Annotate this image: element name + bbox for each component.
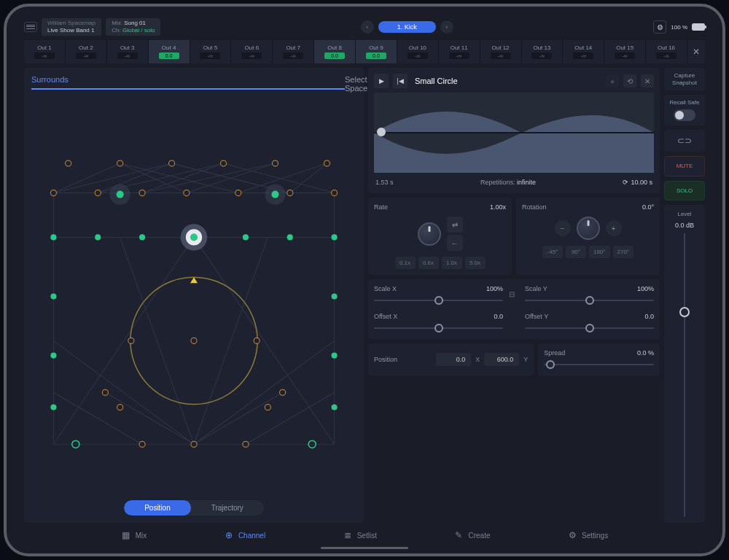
next-channel-button[interactable]: ›	[440, 20, 453, 34]
position-x-value[interactable]: 0.0	[436, 353, 471, 366]
svg-line-30	[194, 392, 283, 444]
position-y-value[interactable]: 600.0	[484, 353, 519, 366]
output-15[interactable]: Out 15-∞	[604, 40, 646, 63]
mute-button[interactable]: MUTE	[664, 156, 705, 176]
output-13[interactable]: Out 13-∞	[522, 40, 564, 63]
svg-point-67	[191, 441, 197, 447]
level-fader-panel: Level 0.0 dB	[664, 205, 705, 523]
rate-preset[interactable]: 1.0x	[442, 257, 462, 269]
show-info[interactable]: William Spacemap Live Show Band 1	[42, 18, 101, 35]
loop-icon[interactable]: ⟲	[623, 74, 636, 88]
output-11[interactable]: Out 11-∞	[439, 40, 480, 63]
solo-button[interactable]: SOLO	[664, 181, 705, 201]
rate-reset-icon[interactable]: ←	[447, 235, 463, 251]
svg-line-22	[194, 237, 335, 444]
svg-point-43	[287, 190, 293, 196]
nav-create[interactable]: ✎Create	[453, 530, 490, 540]
capture-snapshot-button[interactable]: Capture Snapshot	[664, 68, 705, 90]
playhead-handle[interactable]	[377, 128, 386, 136]
mix-info[interactable]: Mix: Song 01 Ch: Global / solo	[106, 18, 160, 35]
surrounds-tab[interactable]: Surrounds	[31, 75, 345, 93]
scale-y-slider[interactable]	[525, 295, 654, 306]
svg-point-50	[95, 234, 101, 240]
trajectory-panel: ▶ |◀ Small Circle ● ⟲ ✕ 1.53 s	[368, 68, 660, 193]
play-button[interactable]: ▶	[374, 74, 389, 88]
svg-line-26	[194, 341, 335, 444]
svg-point-66	[139, 441, 145, 447]
output-10[interactable]: Out 10-∞	[397, 40, 439, 63]
svg-point-46	[117, 191, 124, 198]
position-panel: Position 0.0 X 600.0 Y	[368, 343, 534, 376]
output-1[interactable]: Out 1-∞	[24, 40, 66, 63]
record-icon[interactable]: ●	[606, 74, 619, 88]
trajectory-waveform[interactable]	[374, 93, 654, 173]
output-2[interactable]: Out 2-∞	[66, 40, 107, 63]
output-6[interactable]: Out 6-∞	[231, 40, 273, 63]
offset-x-slider[interactable]	[374, 323, 503, 333]
restart-button[interactable]: |◀	[393, 74, 408, 88]
trajectory-duration: 10.00 s	[631, 179, 652, 186]
output-16[interactable]: Out 16-∞	[646, 40, 687, 63]
spread-slider[interactable]	[544, 359, 654, 370]
outputs-strip: Out 1-∞Out 2-∞Out 3-∞Out 40.0Out 5-∞Out …	[24, 40, 705, 63]
nav-settings[interactable]: ⚙Settings	[567, 530, 608, 540]
rotation-knob[interactable]	[577, 217, 600, 240]
spacemap-canvas[interactable]	[31, 98, 356, 494]
mixer-icon[interactable]: ⚙	[653, 20, 666, 34]
svg-line-28	[246, 392, 335, 444]
svg-point-36	[324, 160, 330, 166]
output-14[interactable]: Out 14-∞	[563, 40, 604, 63]
svg-point-41	[184, 190, 190, 196]
scale-link-icon[interactable]: ⊟	[509, 290, 519, 300]
output-3[interactable]: Out 3-∞	[107, 40, 149, 63]
nav-mix[interactable]: ▦Mix	[121, 530, 147, 540]
rate-preset[interactable]: 0.1x	[395, 257, 416, 269]
link-icon[interactable]: ⊂⊃	[664, 130, 705, 152]
svg-point-55	[332, 234, 338, 240]
svg-point-39	[95, 190, 101, 196]
output-8[interactable]: Out 80.0	[314, 40, 356, 63]
output-12[interactable]: Out 12-∞	[480, 40, 522, 63]
close-icon[interactable]: ✕	[641, 74, 654, 88]
rate-preset[interactable]: 5.0x	[465, 257, 486, 269]
rotation-preset[interactable]: 90°	[566, 246, 586, 258]
elapsed-time: 1.53 s	[375, 179, 394, 186]
svg-point-70	[265, 404, 270, 410]
bottom-nav: ▦Mix ⊕Channel ≣Setlist ✎Create ⚙Settings	[24, 523, 705, 542]
spread-value: 0.0 %	[637, 349, 654, 357]
outputs-close-icon[interactable]: ✕	[687, 40, 705, 63]
current-channel-pill[interactable]: 1. Kick	[378, 21, 436, 33]
mix-icon: ▦	[121, 530, 131, 540]
svg-point-42	[235, 190, 241, 196]
prev-channel-button[interactable]: ‹	[361, 20, 374, 34]
menu-icon[interactable]	[24, 22, 37, 32]
svg-point-34	[220, 160, 226, 166]
nav-channel[interactable]: ⊕Channel	[224, 530, 265, 540]
rotation-plus-button[interactable]: +	[606, 220, 622, 236]
svg-point-38	[50, 190, 56, 196]
svg-point-57	[332, 293, 338, 299]
scale-x-slider[interactable]	[374, 295, 503, 306]
level-fader[interactable]	[667, 233, 702, 517]
output-9[interactable]: Out 90.0	[356, 40, 397, 63]
rotation-preset[interactable]: 180°	[589, 246, 610, 258]
svg-point-76	[190, 233, 198, 241]
output-4[interactable]: Out 40.0	[149, 40, 190, 63]
rotation-preset[interactable]: -45°	[542, 246, 563, 258]
output-7[interactable]: Out 7-∞	[273, 40, 314, 63]
recall-safe-toggle[interactable]: Recall Safe	[664, 95, 705, 125]
rate-panel: Rate1.00x ⇄ ← 0.1x0.6x1.0x5.0x	[368, 198, 512, 275]
rate-preset[interactable]: 0.6x	[418, 257, 439, 269]
output-5[interactable]: Out 5-∞	[190, 40, 232, 63]
seg-position[interactable]: Position	[124, 500, 191, 516]
rate-value: 1.00x	[490, 203, 506, 211]
nav-setlist[interactable]: ≣Setlist	[343, 530, 377, 540]
rotation-preset[interactable]: 270°	[613, 246, 634, 258]
svg-point-73	[254, 338, 260, 343]
seg-trajectory[interactable]: Trajectory	[191, 500, 264, 516]
rate-swap-icon[interactable]: ⇄	[447, 217, 463, 233]
svg-line-15	[290, 163, 327, 193]
rate-knob[interactable]	[418, 222, 441, 246]
rotation-minus-button[interactable]: −	[555, 220, 571, 236]
offset-y-slider[interactable]	[525, 323, 654, 333]
